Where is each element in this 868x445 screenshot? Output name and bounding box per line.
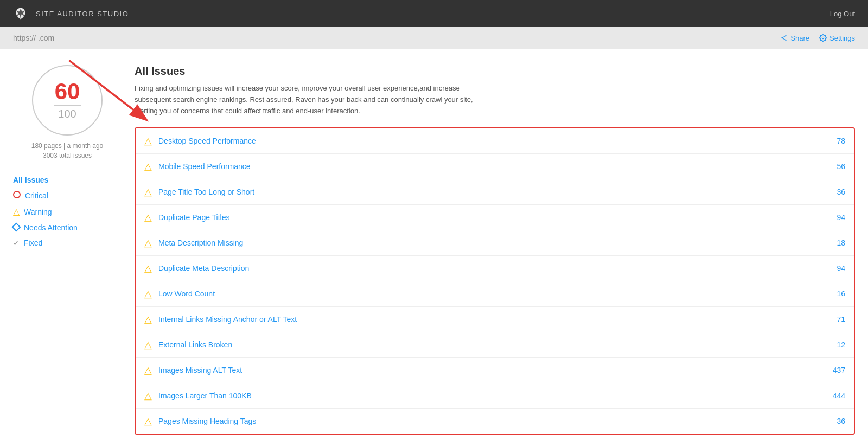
- raven-logo-icon: [13, 6, 28, 21]
- issue-warning-icon: △: [144, 339, 152, 351]
- section-title: All Issues: [135, 65, 855, 78]
- warning-icon: △: [13, 207, 20, 217]
- svg-line-3: [782, 36, 786, 38]
- issue-name: Mobile Speed Performance: [158, 162, 824, 171]
- issue-row-heading-tags[interactable]: △Pages Missing Heading Tags36: [136, 409, 854, 434]
- logo-area: SITE AUDITOR STUDIO: [13, 6, 129, 21]
- issues-table: △Desktop Speed Performance78△Mobile Spee…: [135, 127, 855, 435]
- site-url: https:// .com: [13, 34, 54, 42]
- issue-row-desktop-speed[interactable]: △Desktop Speed Performance78: [136, 128, 854, 154]
- score-circle: 60 100: [32, 65, 103, 136]
- sidebar: 60 100 180 pages | a month ago 3003 tota…: [13, 65, 122, 435]
- section-description: Fixing and optimizing issues will increa…: [135, 83, 482, 117]
- issue-count: 18: [824, 238, 845, 247]
- issue-name: Images Missing ALT Text: [158, 366, 824, 375]
- issue-count: 56: [824, 162, 845, 171]
- settings-button[interactable]: Settings: [819, 34, 855, 42]
- issue-row-internal-links[interactable]: △Internal Links Missing Anchor or ALT Te…: [136, 307, 854, 332]
- issue-name: Low Word Count: [158, 289, 824, 298]
- issue-name: Duplicate Page Titles: [158, 213, 824, 222]
- needs-attention-icon: [13, 223, 20, 232]
- sidebar-item-needs-attention[interactable]: Needs Attention: [13, 220, 78, 235]
- svg-point-5: [822, 37, 824, 39]
- pages-info: 180 pages | a month ago: [31, 142, 104, 150]
- total-issues: 3003 total issues: [43, 152, 92, 159]
- issue-row-images-size[interactable]: △Images Larger Than 100KB444: [136, 383, 854, 409]
- issue-name: External Links Broken: [158, 340, 824, 349]
- issue-name: Images Larger Than 100KB: [158, 391, 824, 400]
- sidebar-item-critical[interactable]: Critical: [13, 188, 48, 203]
- url-actions: Share Settings: [780, 34, 855, 42]
- share-icon: [780, 34, 788, 42]
- issue-count: 12: [824, 340, 845, 349]
- issue-row-external-broken[interactable]: △External Links Broken12: [136, 332, 854, 358]
- issue-warning-icon: △: [144, 160, 152, 172]
- app-name-label: SITE AUDITOR STUDIO: [36, 10, 129, 18]
- issue-count: 36: [824, 417, 845, 425]
- issue-warning-icon: △: [144, 186, 152, 198]
- needs-attention-label: Needs Attention: [24, 223, 78, 232]
- fixed-icon: ✓: [13, 238, 20, 247]
- issue-name: Duplicate Meta Description: [158, 264, 824, 273]
- issue-row-meta-desc-missing[interactable]: △Meta Description Missing18: [136, 230, 854, 256]
- issue-name: Page Title Too Long or Short: [158, 188, 824, 196]
- issue-warning-icon: △: [144, 237, 152, 249]
- critical-icon: [13, 191, 21, 200]
- issue-warning-icon: △: [144, 262, 152, 274]
- fixed-label: Fixed: [24, 238, 42, 247]
- score-value: 60: [55, 80, 80, 103]
- issue-count: 437: [824, 366, 845, 375]
- logout-button[interactable]: Log Out: [830, 10, 855, 18]
- issue-name: Desktop Speed Performance: [158, 137, 824, 145]
- issue-warning-icon: △: [144, 313, 152, 325]
- svg-line-4: [782, 38, 786, 40]
- sidebar-nav: All Issues Critical △ Warning Needs Atte…: [13, 172, 122, 250]
- sidebar-item-warning[interactable]: △ Warning: [13, 203, 52, 220]
- issue-row-low-word-count[interactable]: △Low Word Count16: [136, 281, 854, 307]
- issue-count: 94: [824, 264, 845, 273]
- url-bar: https:// .com Share Settings: [0, 27, 868, 49]
- right-content: All Issues Fixing and optimizing issues …: [135, 65, 855, 435]
- settings-label: Settings: [829, 34, 855, 42]
- share-button[interactable]: Share: [780, 34, 809, 42]
- issue-warning-icon: △: [144, 415, 152, 427]
- issue-warning-icon: △: [144, 211, 152, 223]
- score-divider: [54, 105, 81, 106]
- critical-label: Critical: [25, 191, 48, 200]
- issue-row-page-title-length[interactable]: △Page Title Too Long or Short36: [136, 179, 854, 205]
- main-content: 60 100 180 pages | a month ago 3003 tota…: [0, 49, 868, 445]
- sidebar-item-all-issues[interactable]: All Issues: [13, 172, 48, 188]
- all-issues-label: All Issues: [13, 176, 48, 184]
- settings-icon: [819, 34, 827, 42]
- issue-row-images-alt[interactable]: △Images Missing ALT Text437: [136, 358, 854, 383]
- top-navigation: SITE AUDITOR STUDIO Log Out: [0, 0, 868, 27]
- score-max: 100: [58, 108, 76, 120]
- issue-name: Meta Description Missing: [158, 238, 824, 247]
- issue-count: 444: [824, 391, 845, 400]
- issue-name: Pages Missing Heading Tags: [158, 417, 824, 425]
- issue-warning-icon: △: [144, 135, 152, 147]
- issue-row-mobile-speed[interactable]: △Mobile Speed Performance56: [136, 154, 854, 179]
- issue-row-duplicate-titles[interactable]: △Duplicate Page Titles94: [136, 205, 854, 230]
- issue-count: 94: [824, 213, 845, 222]
- sidebar-item-fixed[interactable]: ✓ Fixed: [13, 235, 42, 250]
- issue-count: 78: [824, 137, 845, 145]
- issue-warning-icon: △: [144, 364, 152, 376]
- issue-warning-icon: △: [144, 288, 152, 300]
- issue-count: 16: [824, 289, 845, 298]
- issue-name: Internal Links Missing Anchor or ALT Tex…: [158, 315, 824, 324]
- warning-label: Warning: [24, 208, 52, 216]
- issue-row-duplicate-meta[interactable]: △Duplicate Meta Description94: [136, 256, 854, 281]
- issue-count: 71: [824, 315, 845, 324]
- issue-warning-icon: △: [144, 390, 152, 402]
- issue-count: 36: [824, 188, 845, 196]
- share-label: Share: [790, 34, 809, 42]
